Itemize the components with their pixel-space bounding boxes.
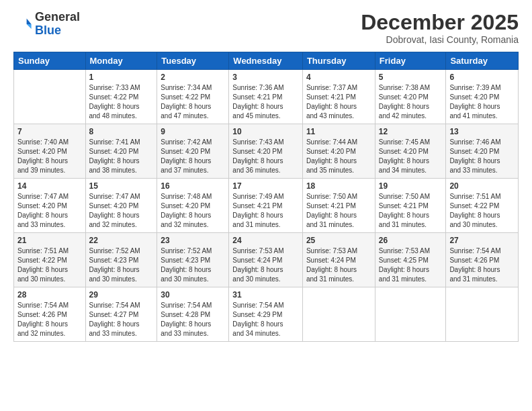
col-thursday: Thursday (302, 52, 375, 70)
calendar-week-row: 1Sunrise: 7:33 AM Sunset: 4:22 PM Daylig… (14, 70, 519, 124)
day-number: 5 (379, 73, 443, 82)
table-row (446, 287, 519, 342)
col-saturday: Saturday (446, 52, 519, 70)
day-number: 25 (306, 236, 371, 245)
table-row: 9Sunrise: 7:42 AM Sunset: 4:20 PM Daylig… (157, 124, 229, 179)
day-number: 20 (449, 181, 515, 191)
calendar-table: Sunday Monday Tuesday Wednesday Thursday… (13, 52, 519, 342)
day-info: Sunrise: 7:37 AM Sunset: 4:21 PM Dayligh… (306, 83, 371, 121)
day-number: 24 (232, 236, 299, 245)
month-title: December 2025 (361, 11, 519, 34)
header: General Blue December 2025 Dobrovat, Ias… (13, 11, 519, 45)
day-info: Sunrise: 7:44 AM Sunset: 4:20 PM Dayligh… (306, 138, 371, 175)
day-info: Sunrise: 7:40 AM Sunset: 4:20 PM Dayligh… (17, 138, 82, 175)
day-info: Sunrise: 7:47 AM Sunset: 4:20 PM Dayligh… (89, 192, 154, 230)
day-info: Sunrise: 7:54 AM Sunset: 4:26 PM Dayligh… (17, 301, 82, 338)
table-row: 2Sunrise: 7:34 AM Sunset: 4:22 PM Daylig… (157, 70, 229, 124)
day-info: Sunrise: 7:42 AM Sunset: 4:20 PM Dayligh… (161, 138, 225, 175)
day-info: Sunrise: 7:53 AM Sunset: 4:25 PM Dayligh… (379, 246, 443, 284)
table-row: 8Sunrise: 7:41 AM Sunset: 4:20 PM Daylig… (85, 124, 157, 179)
day-info: Sunrise: 7:51 AM Sunset: 4:22 PM Dayligh… (17, 246, 82, 284)
table-row: 29Sunrise: 7:54 AM Sunset: 4:27 PM Dayli… (85, 287, 157, 342)
day-info: Sunrise: 7:48 AM Sunset: 4:20 PM Dayligh… (161, 192, 225, 230)
day-number: 23 (161, 236, 225, 245)
logo: General Blue (13, 11, 80, 38)
col-monday: Monday (85, 52, 157, 70)
table-row: 16Sunrise: 7:48 AM Sunset: 4:20 PM Dayli… (157, 179, 229, 233)
table-row: 14Sunrise: 7:47 AM Sunset: 4:20 PM Dayli… (14, 179, 86, 233)
day-number: 18 (306, 181, 371, 191)
day-info: Sunrise: 7:52 AM Sunset: 4:23 PM Dayligh… (161, 246, 225, 284)
day-info: Sunrise: 7:45 AM Sunset: 4:20 PM Dayligh… (379, 138, 443, 175)
day-info: Sunrise: 7:46 AM Sunset: 4:20 PM Dayligh… (449, 138, 515, 175)
title-block: December 2025 Dobrovat, Iasi County, Rom… (361, 11, 519, 45)
calendar-header-row: Sunday Monday Tuesday Wednesday Thursday… (14, 52, 519, 70)
col-tuesday: Tuesday (157, 52, 229, 70)
table-row: 3Sunrise: 7:36 AM Sunset: 4:21 PM Daylig… (229, 70, 303, 124)
day-number: 14 (17, 181, 82, 191)
col-friday: Friday (375, 52, 446, 70)
day-info: Sunrise: 7:50 AM Sunset: 4:21 PM Dayligh… (306, 192, 371, 230)
day-number: 6 (449, 73, 515, 82)
day-info: Sunrise: 7:54 AM Sunset: 4:27 PM Dayligh… (89, 301, 154, 338)
day-number: 12 (379, 127, 443, 136)
day-number: 3 (232, 73, 299, 82)
day-info: Sunrise: 7:51 AM Sunset: 4:22 PM Dayligh… (449, 192, 515, 230)
table-row: 26Sunrise: 7:53 AM Sunset: 4:25 PM Dayli… (375, 233, 446, 287)
day-info: Sunrise: 7:36 AM Sunset: 4:21 PM Dayligh… (232, 83, 299, 121)
page: General Blue December 2025 Dobrovat, Ias… (0, 0, 532, 411)
table-row: 13Sunrise: 7:46 AM Sunset: 4:20 PM Dayli… (446, 124, 519, 179)
table-row: 25Sunrise: 7:53 AM Sunset: 4:24 PM Dayli… (302, 233, 375, 287)
table-row: 28Sunrise: 7:54 AM Sunset: 4:26 PM Dayli… (14, 287, 86, 342)
calendar-week-row: 7Sunrise: 7:40 AM Sunset: 4:20 PM Daylig… (14, 124, 519, 179)
svg-marker-1 (27, 24, 32, 29)
day-number: 27 (449, 236, 515, 245)
day-info: Sunrise: 7:38 AM Sunset: 4:20 PM Dayligh… (379, 83, 443, 121)
logo-icon (13, 15, 32, 34)
day-number: 28 (17, 290, 82, 300)
calendar-week-row: 28Sunrise: 7:54 AM Sunset: 4:26 PM Dayli… (14, 287, 519, 342)
table-row: 31Sunrise: 7:54 AM Sunset: 4:29 PM Dayli… (229, 287, 303, 342)
table-row: 23Sunrise: 7:52 AM Sunset: 4:23 PM Dayli… (157, 233, 229, 287)
day-number: 31 (232, 290, 299, 300)
logo-text: General Blue (35, 11, 80, 38)
day-number: 19 (379, 181, 443, 191)
day-info: Sunrise: 7:43 AM Sunset: 4:20 PM Dayligh… (232, 138, 299, 175)
table-row: 5Sunrise: 7:38 AM Sunset: 4:20 PM Daylig… (375, 70, 446, 124)
table-row: 24Sunrise: 7:53 AM Sunset: 4:24 PM Dayli… (229, 233, 303, 287)
day-number: 13 (449, 127, 515, 136)
table-row: 21Sunrise: 7:51 AM Sunset: 4:22 PM Dayli… (14, 233, 86, 287)
day-number: 4 (306, 73, 371, 82)
day-number: 22 (89, 236, 154, 245)
day-info: Sunrise: 7:54 AM Sunset: 4:28 PM Dayligh… (161, 301, 225, 338)
day-number: 21 (17, 236, 82, 245)
day-info: Sunrise: 7:49 AM Sunset: 4:21 PM Dayligh… (232, 192, 299, 230)
col-wednesday: Wednesday (229, 52, 303, 70)
day-number: 11 (306, 127, 371, 136)
day-info: Sunrise: 7:53 AM Sunset: 4:24 PM Dayligh… (232, 246, 299, 284)
table-row: 1Sunrise: 7:33 AM Sunset: 4:22 PM Daylig… (85, 70, 157, 124)
day-info: Sunrise: 7:39 AM Sunset: 4:20 PM Dayligh… (449, 83, 515, 121)
day-number: 10 (232, 127, 299, 136)
calendar-week-row: 14Sunrise: 7:47 AM Sunset: 4:20 PM Dayli… (14, 179, 519, 233)
day-number: 30 (161, 290, 225, 300)
day-number: 29 (89, 290, 154, 300)
day-info: Sunrise: 7:33 AM Sunset: 4:22 PM Dayligh… (89, 83, 154, 121)
day-info: Sunrise: 7:54 AM Sunset: 4:26 PM Dayligh… (449, 246, 515, 284)
table-row: 15Sunrise: 7:47 AM Sunset: 4:20 PM Dayli… (85, 179, 157, 233)
day-info: Sunrise: 7:54 AM Sunset: 4:29 PM Dayligh… (232, 301, 299, 338)
logo-blue: Blue (35, 24, 61, 37)
table-row: 12Sunrise: 7:45 AM Sunset: 4:20 PM Dayli… (375, 124, 446, 179)
table-row: 4Sunrise: 7:37 AM Sunset: 4:21 PM Daylig… (302, 70, 375, 124)
day-info: Sunrise: 7:50 AM Sunset: 4:21 PM Dayligh… (379, 192, 443, 230)
table-row: 10Sunrise: 7:43 AM Sunset: 4:20 PM Dayli… (229, 124, 303, 179)
day-number: 1 (89, 73, 154, 82)
day-info: Sunrise: 7:52 AM Sunset: 4:23 PM Dayligh… (89, 246, 154, 284)
day-info: Sunrise: 7:41 AM Sunset: 4:20 PM Dayligh… (89, 138, 154, 175)
day-info: Sunrise: 7:47 AM Sunset: 4:20 PM Dayligh… (17, 192, 82, 230)
table-row (302, 287, 375, 342)
day-number: 7 (17, 127, 82, 136)
location-subtitle: Dobrovat, Iasi County, Romania (361, 34, 519, 45)
day-number: 16 (161, 181, 225, 191)
day-number: 17 (232, 181, 299, 191)
